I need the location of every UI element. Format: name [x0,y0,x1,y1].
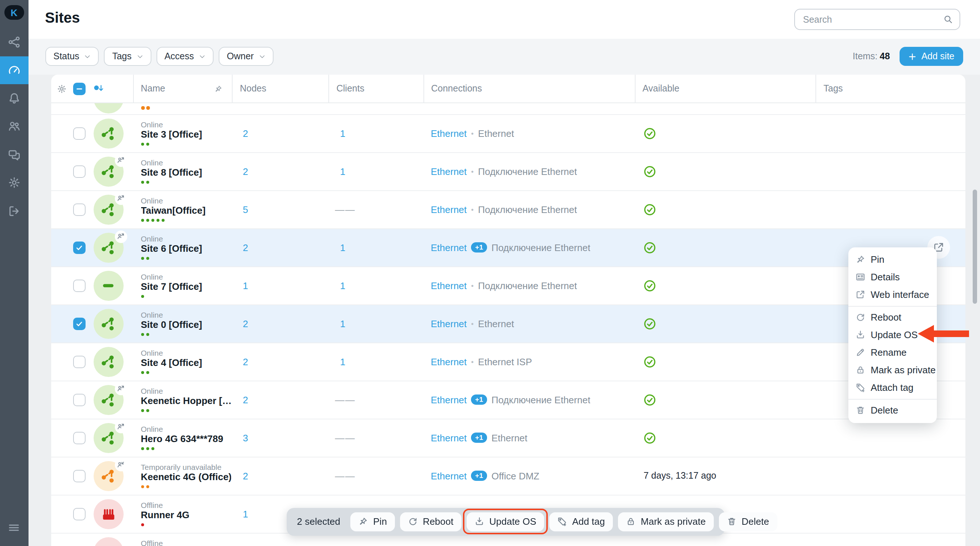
site-name[interactable]: Site 6 [Office] [141,243,202,255]
filter-chip-status[interactable]: Status [45,47,99,66]
menu-item-rename[interactable]: Rename [848,343,937,361]
table-row[interactable]: Temporarily unavailableKeenetic 4G (Offi… [51,457,966,495]
clients-count[interactable]: 1 [340,128,345,139]
table-row[interactable]: OnlineSite 3 [Office]21Ethernet•Ethernet [51,115,966,153]
clients-count[interactable]: 1 [340,356,345,367]
connection-link[interactable]: Ethernet [431,394,466,405]
site-name[interactable]: Hero 4G 634***789 [141,433,223,446]
sidebar-item-sites[interactable] [0,28,28,56]
filter-chip-access[interactable]: Access [156,47,214,66]
row-checkbox[interactable] [73,393,85,406]
site-name[interactable]: Site 0 [Office] [141,319,202,332]
column-header-connections[interactable]: Connections [424,75,635,102]
site-name[interactable]: Keenetic Hopper [… [141,395,231,408]
extra-connections-badge[interactable]: +1 [471,243,487,252]
row-checkbox[interactable] [73,508,85,520]
site-name[interactable]: Site 7 [Office] [141,281,202,294]
bulk-pin-button[interactable]: Pin [351,512,395,532]
nodes-count[interactable]: 2 [243,318,248,329]
bulk-add-tag-button[interactable]: Add tag [550,512,613,532]
sidebar-item-logout[interactable] [0,197,28,225]
row-checkbox[interactable] [73,279,85,292]
row-checkbox[interactable] [73,165,85,177]
extra-connections-badge[interactable]: +1 [471,395,487,405]
hamburger-menu-icon[interactable] [0,517,28,539]
connection-link[interactable]: Ethernet [431,318,466,329]
select-all-checkbox[interactable] [73,82,86,95]
nodes-count[interactable]: 2 [243,470,248,481]
scrollbar-thumb[interactable] [972,190,977,304]
extra-connections-badge[interactable]: +1 [471,433,487,443]
table-row[interactable]: OnlineSite 6 [Office]21Ethernet+1Подключ… [51,229,966,267]
bulk-update-os-button[interactable]: Update OS [466,512,544,532]
filter-chip-tags[interactable]: Tags [104,47,151,66]
sidebar-item-notifications[interactable] [0,84,28,112]
status-sort-indicator[interactable] [92,83,105,94]
connection-link[interactable]: Ethernet [431,166,466,177]
menu-item-mark-as-private[interactable]: Mark as private [848,361,937,379]
search-icon[interactable] [943,14,953,24]
nodes-count[interactable]: 3 [243,432,248,443]
table-row[interactable]: OnlineKeenetic Hopper […2——Ethernet+1Под… [51,381,966,419]
table-row[interactable]: OnlineTaiwan[Office]5——Ethernet•Подключе… [51,191,966,229]
menu-item-delete[interactable]: Delete [848,401,937,419]
column-header-available[interactable]: Available [635,75,816,102]
table-row[interactable] [51,103,966,115]
nodes-count[interactable]: 1 [243,508,248,519]
site-name[interactable]: Site 3 [Office] [141,129,202,141]
row-checkbox[interactable] [73,355,85,368]
table-row[interactable]: OnlineHero 4G 634***7893——Ethernet+1Ethe… [51,419,966,457]
sidebar-item-settings[interactable] [0,169,28,197]
connection-link[interactable]: Ethernet [431,432,466,443]
app-logo[interactable]: K [5,5,24,20]
table-settings-gear-icon[interactable] [57,84,67,93]
site-name[interactable]: Taiwan[Office] [141,205,205,217]
add-site-button[interactable]: Add site [900,47,963,66]
site-name[interactable]: Site 4 [Office] [141,357,202,370]
table-row[interactable]: OnlineSite 0 [Office]21Ethernet•Ethernet [51,305,966,343]
connection-link[interactable]: Ethernet [431,356,466,367]
nodes-count[interactable]: 1 [243,280,248,291]
clients-count[interactable]: 1 [340,318,345,329]
row-checkbox[interactable] [73,469,85,482]
row-checkbox[interactable] [73,317,85,330]
menu-item-details[interactable]: Details [848,268,937,286]
pin-icon[interactable] [214,85,222,93]
connection-link[interactable]: Ethernet [431,128,466,139]
nodes-count[interactable]: 2 [243,128,248,139]
site-name[interactable]: Site 8 [Office] [141,167,202,179]
menu-item-web-interface[interactable]: Web interface [848,286,937,303]
sidebar-item-dashboard[interactable] [0,56,28,84]
row-checkbox[interactable] [73,241,85,254]
site-name[interactable]: Keenetic 4G (Office) [141,471,231,484]
nodes-count[interactable]: 2 [243,166,248,177]
bulk-reboot-button[interactable]: Reboot [400,512,461,532]
row-checkbox[interactable] [73,127,85,139]
menu-item-update-os[interactable]: Update OS [848,326,937,343]
connection-link[interactable]: Ethernet [431,204,466,215]
clients-count[interactable]: 1 [340,280,345,291]
filter-chip-owner[interactable]: Owner [219,47,274,66]
search-input[interactable] [802,14,943,25]
table-row[interactable]: OnlineSite 8 [Office]21Ethernet•Подключе… [51,153,966,191]
extra-connections-badge[interactable]: +1 [471,471,487,481]
bulk-mark-as-private-button[interactable]: Mark as private [618,512,714,532]
nodes-count[interactable]: 2 [243,394,248,405]
site-name[interactable]: Runner 4G [141,509,189,522]
column-header-nodes[interactable]: Nodes [232,75,329,102]
nodes-count[interactable]: 5 [243,204,248,215]
menu-item-pin[interactable]: Pin [848,251,937,268]
connection-link[interactable]: Ethernet [431,280,466,291]
nodes-count[interactable]: 2 [243,242,248,253]
connection-link[interactable]: Ethernet [431,242,466,253]
column-header-name[interactable]: Name [134,75,232,102]
table-row[interactable]: OnlineSite 7 [Office]11Ethernet•Подключе… [51,267,966,305]
table-row[interactable]: OnlineSite 4 [Office]21Ethernet•Ethernet… [51,343,966,381]
column-header-tags[interactable]: Tags [816,75,966,102]
row-checkbox[interactable] [73,203,85,216]
column-header-clients[interactable]: Clients [329,75,424,102]
clients-count[interactable]: 1 [340,166,345,177]
menu-item-reboot[interactable]: Reboot [848,308,937,326]
sidebar-item-messages[interactable] [0,140,28,169]
menu-item-attach-tag[interactable]: Attach tag [848,379,937,396]
